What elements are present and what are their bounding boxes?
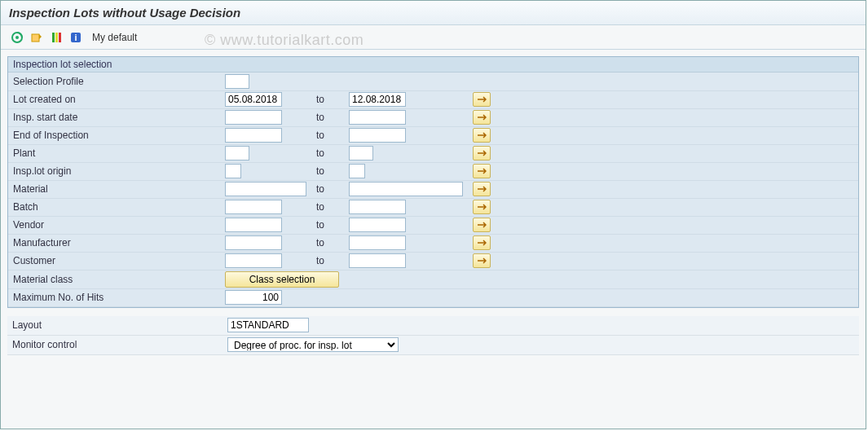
vendor-from-input[interactable] xyxy=(225,218,282,232)
label: Batch xyxy=(8,198,220,216)
content-area: Inspection lot selection Selection Profi… xyxy=(1,50,866,362)
plant-to-input[interactable] xyxy=(349,146,373,161)
label: Monitor control xyxy=(12,339,227,350)
material-to-input[interactable] xyxy=(349,182,463,196)
info-icon[interactable]: i xyxy=(68,29,84,46)
max-hits-input[interactable] xyxy=(225,290,282,305)
class-selection-button[interactable]: Class selection xyxy=(225,271,339,288)
svg-rect-3 xyxy=(52,33,55,42)
row-end-insp: End of Inspection to xyxy=(8,126,858,144)
multiple-selection-button[interactable] xyxy=(473,128,491,143)
row-material-class: Material class Class selection xyxy=(8,270,858,288)
multiple-selection-button[interactable] xyxy=(473,235,491,250)
label: Maximum No. of Hits xyxy=(8,288,220,306)
toolbar: i My default xyxy=(1,25,866,50)
multiple-selection-button[interactable] xyxy=(473,164,491,178)
svg-text:i: i xyxy=(74,33,77,42)
label: Insp. start date xyxy=(8,108,220,126)
to-label: to xyxy=(311,180,344,198)
label: Material xyxy=(8,180,220,198)
sap-window: Inspection Lots without Usage Decision i… xyxy=(0,0,866,429)
manufacturer-to-input[interactable] xyxy=(349,235,406,250)
row-material: Material to xyxy=(8,180,858,198)
status-lights-icon[interactable] xyxy=(48,29,64,46)
group-title: Inspection lot selection xyxy=(8,57,858,73)
customer-to-input[interactable] xyxy=(349,253,406,268)
page-title: Inspection Lots without Usage Decision xyxy=(1,1,866,25)
end-insp-to-input[interactable] xyxy=(349,128,406,143)
row-layout: Layout xyxy=(7,316,859,336)
label: Manufacturer xyxy=(8,234,220,252)
label: End of Inspection xyxy=(8,126,220,144)
to-label: to xyxy=(311,234,344,252)
to-label: to xyxy=(311,108,344,126)
to-label: to xyxy=(311,252,344,270)
row-batch: Batch to xyxy=(8,198,858,216)
material-from-input[interactable] xyxy=(225,182,306,196)
execute-icon[interactable] xyxy=(9,29,25,46)
label: Plant xyxy=(8,144,220,162)
inspection-lot-selection-group: Inspection lot selection Selection Profi… xyxy=(7,56,859,308)
multiple-selection-button[interactable] xyxy=(473,146,491,161)
row-manufacturer: Manufacturer to xyxy=(8,234,858,252)
multiple-selection-button[interactable] xyxy=(473,200,491,214)
label: Selection Profile xyxy=(8,73,220,90)
label: Customer xyxy=(8,252,220,270)
row-plant: Plant to xyxy=(8,144,858,162)
batch-to-input[interactable] xyxy=(349,200,406,214)
label: Lot created on xyxy=(8,90,220,108)
row-customer: Customer to xyxy=(8,252,858,270)
svg-point-1 xyxy=(15,36,19,39)
selection-profile-input[interactable] xyxy=(225,74,249,89)
manufacturer-from-input[interactable] xyxy=(225,235,282,250)
to-label: to xyxy=(311,144,344,162)
row-insp-start: Insp. start date to xyxy=(8,108,858,126)
plant-from-input[interactable] xyxy=(225,146,249,161)
row-vendor: Vendor to xyxy=(8,216,858,234)
customer-from-input[interactable] xyxy=(225,253,282,268)
label: Layout xyxy=(12,319,227,331)
row-monitor-control: Monitor control Degree of proc. for insp… xyxy=(7,336,859,355)
insp-origin-from-input[interactable] xyxy=(225,164,241,178)
label: Insp.lot origin xyxy=(8,162,220,180)
multiple-selection-button[interactable] xyxy=(473,110,491,125)
monitor-control-select[interactable]: Degree of proc. for insp. lot xyxy=(227,337,399,352)
batch-from-input[interactable] xyxy=(225,200,282,214)
insp-start-to-input[interactable] xyxy=(349,110,406,125)
to-label: to xyxy=(311,162,344,180)
multiple-selection-button[interactable] xyxy=(473,92,491,107)
vendor-to-input[interactable] xyxy=(349,218,406,232)
my-default-button[interactable]: My default xyxy=(92,32,137,43)
variant-icon[interactable] xyxy=(29,29,45,46)
svg-rect-2 xyxy=(32,34,39,42)
insp-origin-to-input[interactable] xyxy=(349,164,365,178)
row-max-hits: Maximum No. of Hits xyxy=(8,288,858,306)
multiple-selection-button[interactable] xyxy=(473,253,491,268)
lot-created-from-input[interactable] xyxy=(225,92,282,107)
svg-rect-4 xyxy=(55,33,58,42)
row-insp-origin: Insp.lot origin to xyxy=(8,162,858,180)
insp-start-from-input[interactable] xyxy=(225,110,282,125)
label: Vendor xyxy=(8,216,220,234)
end-insp-from-input[interactable] xyxy=(225,128,282,143)
lot-created-to-input[interactable] xyxy=(349,92,406,107)
multiple-selection-button[interactable] xyxy=(473,182,491,196)
multiple-selection-button[interactable] xyxy=(473,218,491,232)
layout-input[interactable] xyxy=(227,318,309,332)
svg-rect-5 xyxy=(59,33,61,42)
to-label: to xyxy=(311,126,344,144)
to-label: to xyxy=(311,198,344,216)
label: Material class xyxy=(8,270,220,288)
to-label: to xyxy=(311,216,344,234)
to-label: to xyxy=(311,90,344,108)
row-lot-created: Lot created on to xyxy=(8,90,858,108)
row-selection-profile: Selection Profile xyxy=(8,73,858,90)
